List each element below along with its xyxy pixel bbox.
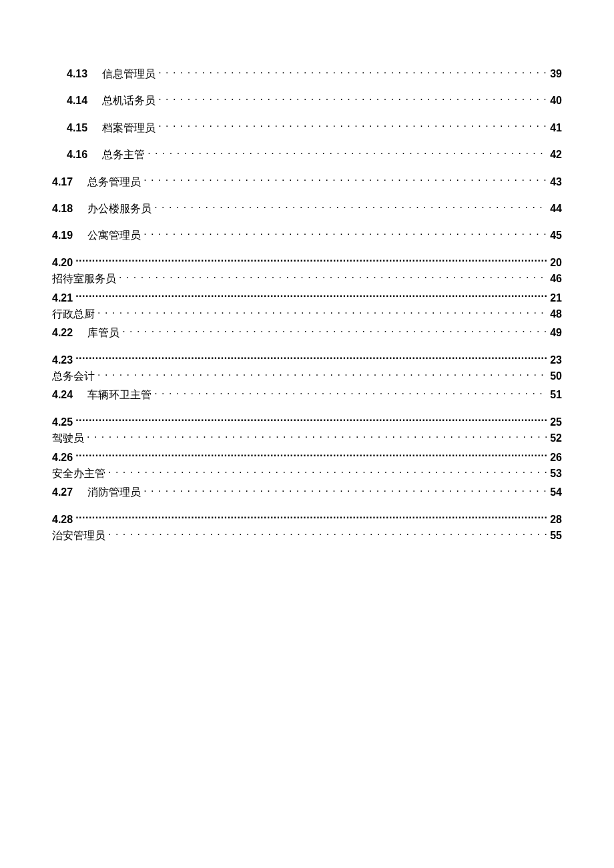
dot-leader-dense: [75, 256, 547, 266]
toc-number: 4.22: [52, 326, 73, 340]
toc-row: 4.17总务管理员43: [52, 175, 562, 189]
dot-leader: [158, 121, 547, 131]
toc-entry: 4.2525驾驶员52: [52, 415, 562, 446]
toc-entry: 4.15档案管理员41: [52, 121, 562, 135]
toc-row-num: 4.2525: [52, 415, 562, 430]
toc-row: 4.15档案管理员41: [52, 121, 562, 135]
toc-numpage: 23: [550, 353, 562, 368]
dot-leader: [122, 326, 547, 336]
toc-page: 44: [550, 201, 562, 216]
toc-numpage: 25: [550, 415, 562, 430]
dot-leader: [97, 307, 547, 318]
dot-leader: [143, 485, 547, 496]
toc-numpage: 20: [550, 256, 562, 270]
dot-leader-dense: [75, 415, 547, 426]
toc-row-label: 总务会计50: [52, 369, 562, 384]
toc-entry: 4.2020招待室服务员46: [52, 256, 562, 287]
toc-page: 43: [550, 175, 562, 189]
toc-number: 4.20: [52, 256, 73, 270]
toc-page: 49: [550, 326, 562, 340]
toc-label: 办公楼服务员: [87, 201, 151, 216]
toc-page: 40: [550, 93, 562, 108]
toc-number: 4.14: [52, 93, 87, 108]
toc-page: 54: [550, 485, 562, 500]
toc-row: 4.16总务主管42: [52, 147, 562, 162]
dot-leader-dense: [75, 291, 547, 302]
toc-row-num: 4.2626: [52, 450, 562, 465]
toc-entry: 4.27消防管理员54: [52, 485, 562, 500]
toc-row-num: 4.2121: [52, 291, 562, 306]
toc-label: 总务管理员: [87, 175, 141, 189]
toc-label: 行政总厨: [52, 307, 95, 322]
toc-number: 4.17: [52, 175, 73, 189]
toc-label: 驾驶员: [52, 431, 84, 446]
toc-entry: 4.16总务主管42: [52, 147, 562, 162]
dot-leader-dense: [75, 353, 547, 364]
toc-row: 4.14总机话务员40: [52, 93, 562, 108]
toc-number: 4.23: [52, 353, 73, 368]
toc-row-label: 招待室服务员46: [52, 272, 562, 286]
toc-row: 4.13信息管理员39: [52, 67, 562, 81]
toc-page: 42: [550, 147, 562, 162]
dot-leader: [147, 147, 547, 158]
toc-number: 4.24: [52, 388, 73, 402]
toc-row: 4.18办公楼服务员44: [52, 201, 562, 216]
toc-entry: 4.14总机话务员40: [52, 93, 562, 108]
toc-entry: 4.22库管员49: [52, 326, 562, 340]
toc-number: 4.21: [52, 291, 73, 306]
toc-page: 45: [550, 228, 562, 243]
dot-leader: [119, 272, 547, 282]
toc-row: 4.19公寓管理员45: [52, 228, 562, 243]
toc-page: 46: [550, 272, 562, 286]
toc-entry: 4.17总务管理员43: [52, 175, 562, 189]
toc-numpage: 28: [550, 512, 562, 527]
toc-entry: 4.2323总务会计50: [52, 353, 562, 384]
toc-row-label: 安全办主管53: [52, 466, 562, 481]
toc-entry: 4.24车辆环卫主管51: [52, 388, 562, 402]
toc-entry: 4.18办公楼服务员44: [52, 201, 562, 216]
dot-leader-dense: [75, 512, 547, 523]
toc-number: 4.26: [52, 450, 73, 465]
dot-leader: [143, 175, 547, 185]
toc-label: 公寓管理员: [87, 228, 141, 243]
toc-row-label: 驾驶员52: [52, 431, 562, 446]
toc-row-num: 4.2323: [52, 353, 562, 368]
toc-row: 4.27消防管理员54: [52, 485, 562, 500]
dot-leader: [108, 528, 547, 539]
toc-row-num: 4.2828: [52, 512, 562, 527]
toc-number: 4.25: [52, 415, 73, 430]
toc-page: 55: [550, 528, 562, 543]
toc-numpage: 26: [550, 450, 562, 465]
dot-leader: [87, 431, 547, 442]
toc-page: 48: [550, 307, 562, 322]
dot-leader: [158, 93, 547, 104]
toc-row: 4.22库管员49: [52, 326, 562, 340]
toc-number: 4.19: [52, 228, 73, 243]
toc-number: 4.16: [52, 147, 87, 162]
toc-label: 信息管理员: [102, 67, 156, 81]
toc-row-label: 治安管理员55: [52, 528, 562, 543]
toc-label: 总机话务员: [102, 93, 156, 108]
toc-page: 39: [550, 67, 562, 81]
dot-leader: [154, 388, 547, 398]
dot-leader: [154, 201, 547, 212]
toc-label: 安全办主管: [52, 466, 105, 481]
toc-number: 4.28: [52, 512, 73, 527]
toc-number: 4.15: [52, 121, 87, 135]
toc-row-label: 行政总厨48: [52, 307, 562, 322]
toc-page: 51: [550, 388, 562, 402]
toc-label: 消防管理员: [87, 485, 141, 500]
toc-label: 档案管理员: [102, 121, 156, 135]
document-page: 4.13信息管理员394.14总机话务员404.15档案管理员414.16总务主…: [0, 0, 614, 868]
dot-leader: [158, 67, 547, 77]
toc-label: 总务会计: [52, 369, 95, 384]
dot-leader: [97, 369, 547, 380]
toc-label: 车辆环卫主管: [87, 388, 151, 402]
toc-entry: 4.13信息管理员39: [52, 67, 562, 81]
toc-page: 50: [550, 369, 562, 384]
toc-page: 52: [550, 431, 562, 446]
toc-page: 53: [550, 466, 562, 481]
toc-number: 4.18: [52, 201, 73, 216]
dot-leader: [143, 228, 547, 239]
dot-leader-dense: [75, 450, 547, 461]
